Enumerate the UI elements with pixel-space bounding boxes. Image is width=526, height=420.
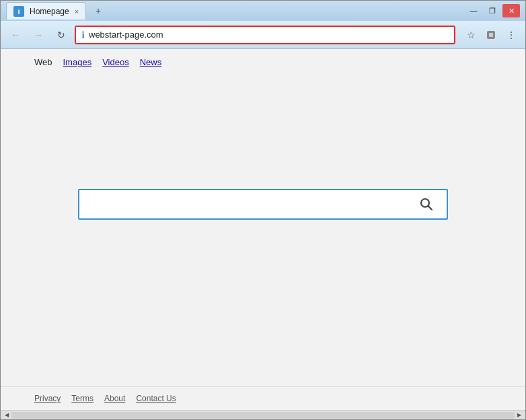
footer-contact[interactable]: Contact Us xyxy=(136,394,176,403)
refresh-button[interactable]: ↻ xyxy=(52,26,71,44)
window-controls: — ❐ ✕ xyxy=(465,4,520,17)
title-bar: i Homepage × + — ❐ ✕ xyxy=(1,1,525,21)
scrollbar-track[interactable] xyxy=(11,412,515,419)
restore-button[interactable]: ❐ xyxy=(484,4,501,17)
search-nav-videos[interactable]: Videos xyxy=(102,57,129,67)
minimize-button[interactable]: — xyxy=(465,4,482,17)
search-button[interactable] xyxy=(414,192,439,216)
address-bar[interactable]: ℹ webstart-page.com xyxy=(75,26,455,44)
scrollbar-area: ◀ ▶ xyxy=(1,410,525,419)
bookmark-star-icon[interactable]: ☆ xyxy=(462,26,480,44)
footer-about[interactable]: About xyxy=(104,394,125,403)
back-button[interactable]: ← xyxy=(6,26,25,44)
close-button[interactable]: ✕ xyxy=(502,4,520,17)
svg-line-3 xyxy=(428,206,433,210)
search-nav-images[interactable]: Images xyxy=(63,57,92,67)
new-tab-button[interactable]: + xyxy=(90,3,106,19)
url-text: webstart-page.com xyxy=(89,30,449,40)
search-box xyxy=(78,189,448,220)
nav-right-icons: ☆ ⋮ xyxy=(462,26,520,44)
scrollbar-right-button[interactable]: ▶ xyxy=(515,411,524,420)
search-nav-news[interactable]: News xyxy=(140,57,162,67)
info-icon: ℹ xyxy=(81,30,85,40)
footer-privacy[interactable]: Privacy xyxy=(34,394,61,403)
footer-terms[interactable]: Terms xyxy=(71,394,93,403)
tab-icon: i xyxy=(13,6,24,17)
footer: Privacy Terms About Contact Us xyxy=(1,386,525,410)
scrollbar-left-button[interactable]: ◀ xyxy=(2,411,11,420)
svg-rect-1 xyxy=(489,33,493,37)
search-nav: Web Images Videos News xyxy=(1,49,525,75)
nav-bar: ← → ↻ ℹ webstart-page.com ☆ ⋮ xyxy=(1,21,525,49)
forward-button[interactable]: → xyxy=(29,26,48,44)
search-area xyxy=(1,75,525,386)
search-nav-web[interactable]: Web xyxy=(34,57,52,67)
profile-icon xyxy=(482,26,500,44)
tab-close-button[interactable]: × xyxy=(75,7,79,15)
search-input[interactable] xyxy=(87,198,414,210)
page-content: Web Images Videos News Privacy Terms Abo… xyxy=(1,49,525,410)
tab-title: Homepage xyxy=(30,7,69,16)
browser-window: i Homepage × + — ❐ ✕ ← → ↻ ℹ webstart-pa… xyxy=(0,0,526,420)
browser-tab[interactable]: i Homepage × xyxy=(6,2,86,19)
menu-icon[interactable]: ⋮ xyxy=(502,26,520,44)
